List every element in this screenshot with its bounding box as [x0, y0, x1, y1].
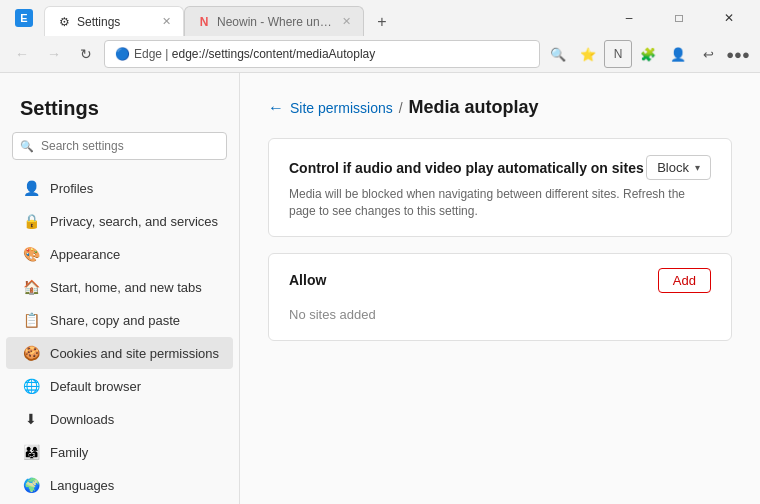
tab-neowin-title: Neowin - Where unprofessiona… — [217, 15, 336, 29]
sidebar-item-profiles[interactable]: 👤 Profiles — [6, 172, 233, 204]
default-browser-label: Default browser — [50, 379, 141, 394]
toolbar-icons: 🔍 ⭐ N 🧩 👤 ↩ ●●● — [544, 40, 752, 68]
profiles-label: Profiles — [50, 181, 93, 196]
tab-settings[interactable]: ⚙ Settings ✕ — [44, 6, 184, 36]
refresh-button[interactable]: ↻ — [72, 40, 100, 68]
share-copy-icon: 📋 — [22, 311, 40, 329]
start-home-icon: 🏠 — [22, 278, 40, 296]
forward-button[interactable]: → — [40, 40, 68, 68]
favorites-icon[interactable]: ⭐ — [574, 40, 602, 68]
privacy-icon: 🔒 — [22, 212, 40, 230]
search-input[interactable] — [12, 132, 227, 160]
allow-card: Allow Add No sites added — [268, 253, 732, 341]
sidebar-item-appearance[interactable]: 🎨 Appearance — [6, 238, 233, 270]
sidebar-title: Settings — [0, 89, 239, 132]
tab-bar: E ⚙ Settings ✕ N Neowin - Where unprofes… — [8, 0, 396, 36]
sidebar-item-share-copy[interactable]: 📋 Share, copy and paste — [6, 304, 233, 336]
block-dropdown[interactable]: Block ▾ — [646, 155, 711, 180]
control-card-title: Control if audio and video play automati… — [289, 160, 644, 176]
address-text: Edge | edge://settings/content/mediaAuto… — [134, 47, 375, 61]
refresh-toolbar-icon[interactable]: ↩ — [694, 40, 722, 68]
search-toolbar-icon[interactable]: 🔍 — [544, 40, 572, 68]
languages-icon: 🌍 — [22, 476, 40, 494]
sidebar-item-downloads[interactable]: ⬇ Downloads — [6, 403, 233, 435]
family-icon: 👨‍👩‍👧 — [22, 443, 40, 461]
cookies-icon: 🍪 — [22, 344, 40, 362]
address-bar: ← → ↻ 🔵 Edge | edge://settings/content/m… — [0, 36, 760, 72]
sidebar-item-cookies[interactable]: 🍪 Cookies and site permissions — [6, 337, 233, 369]
sidebar-item-family[interactable]: 👨‍👩‍👧 Family — [6, 436, 233, 468]
downloads-label: Downloads — [50, 412, 114, 427]
tab-neowin-favicon: N — [197, 15, 211, 29]
default-browser-icon: 🌐 — [22, 377, 40, 395]
cookies-label: Cookies and site permissions — [50, 346, 219, 361]
svg-text:E: E — [20, 12, 27, 24]
edge-app-icon: E — [8, 0, 40, 36]
block-dropdown-label: Block — [657, 160, 689, 175]
dropdown-arrow-icon: ▾ — [695, 162, 700, 173]
browser-chrome: E ⚙ Settings ✕ N Neowin - Where unprofes… — [0, 0, 760, 73]
profiles-icon: 👤 — [22, 179, 40, 197]
title-bar: E ⚙ Settings ✕ N Neowin - Where unprofes… — [0, 0, 760, 36]
appearance-label: Appearance — [50, 247, 120, 262]
tab-settings-favicon: ⚙ — [57, 15, 71, 29]
sidebar-item-languages[interactable]: 🌍 Languages — [6, 469, 233, 501]
collections-icon[interactable]: N — [604, 40, 632, 68]
tab-settings-close[interactable]: ✕ — [162, 15, 171, 28]
back-button[interactable]: ← — [8, 40, 36, 68]
control-card-header: Control if audio and video play automati… — [289, 155, 711, 180]
control-card-description: Media will be blocked when navigating be… — [289, 186, 711, 220]
breadcrumb-separator: / — [399, 100, 403, 116]
tab-neowin[interactable]: N Neowin - Where unprofessiona… ✕ — [184, 6, 364, 36]
no-sites-message: No sites added — [289, 303, 711, 326]
menu-button[interactable]: ●●● — [724, 40, 752, 68]
sidebar-item-privacy[interactable]: 🔒 Privacy, search, and services — [6, 205, 233, 237]
sidebar: Settings 🔍 👤 Profiles 🔒 Privacy, search,… — [0, 73, 240, 504]
allow-card-title: Allow — [289, 272, 326, 288]
window-controls: – □ ✕ — [606, 4, 752, 32]
languages-label: Languages — [50, 478, 114, 493]
new-tab-button[interactable]: + — [368, 8, 396, 36]
downloads-icon: ⬇ — [22, 410, 40, 428]
close-button[interactable]: ✕ — [706, 4, 752, 32]
minimize-button[interactable]: – — [606, 4, 652, 32]
profile-icon[interactable]: 👤 — [664, 40, 692, 68]
address-input[interactable]: 🔵 Edge | edge://settings/content/mediaAu… — [104, 40, 540, 68]
sidebar-item-start-home[interactable]: 🏠 Start, home, and new tabs — [6, 271, 233, 303]
tab-settings-title: Settings — [77, 15, 156, 29]
tab-neowin-close[interactable]: ✕ — [342, 15, 351, 28]
maximize-button[interactable]: □ — [656, 4, 702, 32]
privacy-label: Privacy, search, and services — [50, 214, 218, 229]
extensions-icon[interactable]: 🧩 — [634, 40, 662, 68]
control-card: Control if audio and video play automati… — [268, 138, 732, 237]
share-copy-label: Share, copy and paste — [50, 313, 180, 328]
start-home-label: Start, home, and new tabs — [50, 280, 202, 295]
main-layout: Settings 🔍 👤 Profiles 🔒 Privacy, search,… — [0, 73, 760, 504]
content-area: ← Site permissions / Media autoplay Cont… — [240, 73, 760, 504]
add-button[interactable]: Add — [658, 268, 711, 293]
search-box: 🔍 — [12, 132, 227, 160]
search-icon: 🔍 — [20, 140, 34, 153]
sidebar-item-default-browser[interactable]: 🌐 Default browser — [6, 370, 233, 402]
allow-card-header: Allow Add — [289, 268, 711, 293]
breadcrumb-current-page: Media autoplay — [409, 97, 539, 118]
appearance-icon: 🎨 — [22, 245, 40, 263]
edge-favicon: 🔵 — [115, 47, 130, 61]
breadcrumb-parent-link[interactable]: Site permissions — [290, 100, 393, 116]
breadcrumb: ← Site permissions / Media autoplay — [268, 97, 732, 118]
family-label: Family — [50, 445, 88, 460]
breadcrumb-back-button[interactable]: ← — [268, 99, 284, 117]
